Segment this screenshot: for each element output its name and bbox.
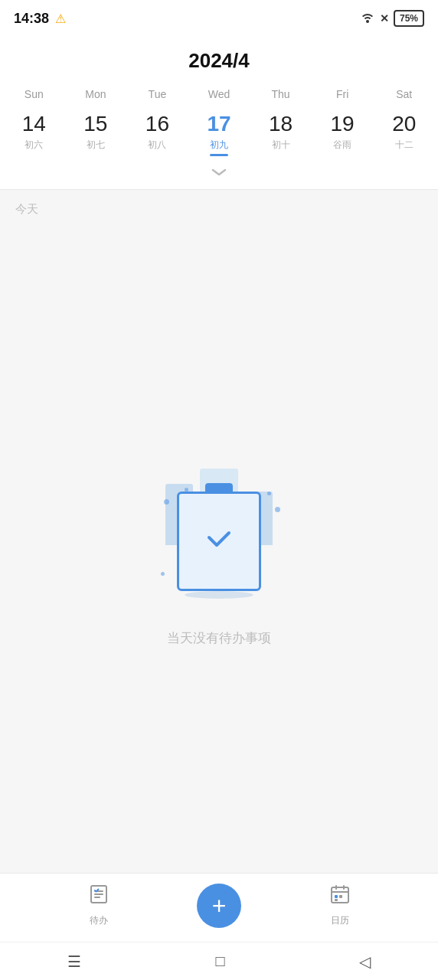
calendar-label: 日历	[331, 914, 349, 927]
weekday-sat: Sat	[373, 85, 435, 103]
day-19[interactable]: 19 谷雨	[312, 109, 374, 161]
weekday-mon: Mon	[65, 85, 127, 103]
battery-indicator: 75%	[394, 10, 424, 27]
deco-dot-3	[267, 492, 271, 495]
clipboard-illustration	[177, 492, 261, 591]
add-icon: +	[212, 893, 227, 918]
status-bar: 14:38 ⚠ ✕ 75%	[0, 0, 438, 34]
day-number-today: 17	[207, 113, 230, 136]
status-right: ✕ 75%	[360, 10, 424, 27]
today-section-label: 今天	[15, 202, 423, 217]
deco-dot-4	[275, 507, 280, 512]
day-lunar: 十二	[395, 139, 413, 152]
weekday-wed: Wed	[188, 85, 250, 103]
day-lunar: 谷雨	[333, 139, 351, 152]
status-time: 14:38	[14, 11, 49, 27]
day-14[interactable]: 14 初六	[3, 109, 65, 161]
weekday-fri: Fri	[312, 85, 374, 103]
empty-state: 当天没有待办事项	[15, 232, 423, 861]
day-lunar: 初七	[87, 139, 105, 152]
day-lunar: 初八	[148, 139, 166, 152]
menu-button[interactable]: ☰	[67, 952, 81, 971]
todo-icon	[88, 884, 110, 910]
svg-rect-2	[335, 895, 338, 898]
system-navbar: ☰ □ ◁	[0, 942, 438, 980]
week-row: 14 初六 15 初七 16 初八 17 初九 18 初十 19 谷雨 20 十…	[0, 109, 438, 161]
weekday-thu: Thu	[250, 85, 312, 103]
day-15[interactable]: 15 初七	[65, 109, 127, 161]
day-lunar: 初十	[272, 139, 290, 152]
day-number: 20	[392, 113, 416, 136]
today-section: 今天	[0, 190, 438, 873]
weekday-headers: Sun Mon Tue Wed Thu Fri Sat	[0, 85, 438, 103]
today-underline	[210, 154, 228, 156]
deco-dot-5	[161, 572, 165, 576]
wifi-icon	[360, 11, 375, 26]
svg-rect-4	[335, 899, 338, 901]
calendar-month-title[interactable]: 2024/4	[0, 34, 438, 85]
calendar-icon	[329, 884, 351, 910]
deco-dot-1	[164, 499, 169, 505]
day-number: 15	[83, 113, 107, 136]
weekday-sun: Sun	[3, 85, 65, 103]
day-20[interactable]: 20 十二	[373, 109, 435, 161]
day-16[interactable]: 16 初八	[126, 109, 188, 161]
day-18[interactable]: 18 初十	[250, 109, 312, 161]
bottom-nav: 待办 + 日历	[0, 873, 438, 942]
day-17-today[interactable]: 17 初九	[188, 109, 250, 161]
add-button[interactable]: +	[197, 884, 241, 928]
svg-rect-3	[339, 895, 342, 898]
expand-arrow[interactable]	[0, 161, 438, 189]
todo-label: 待办	[90, 914, 108, 927]
nav-todo[interactable]: 待办	[0, 884, 197, 927]
alert-icon: ⚠	[55, 11, 66, 26]
day-number: 18	[269, 113, 293, 136]
clipboard-shadow	[185, 591, 253, 599]
empty-message: 当天没有待办事项	[167, 629, 271, 647]
day-number: 16	[145, 113, 169, 136]
home-button[interactable]: □	[215, 952, 224, 970]
day-lunar-today: 初九	[210, 139, 228, 152]
nav-calendar[interactable]: 日历	[241, 884, 438, 927]
x-icon: ✕	[380, 12, 389, 24]
back-button[interactable]: ◁	[359, 952, 371, 971]
day-number: 19	[331, 113, 355, 136]
day-number: 14	[22, 113, 46, 136]
clipboard-clip	[205, 483, 233, 494]
empty-illustration	[150, 446, 288, 606]
check-icon	[202, 521, 236, 561]
day-lunar: 初六	[25, 139, 43, 152]
weekday-tue: Tue	[126, 85, 188, 103]
